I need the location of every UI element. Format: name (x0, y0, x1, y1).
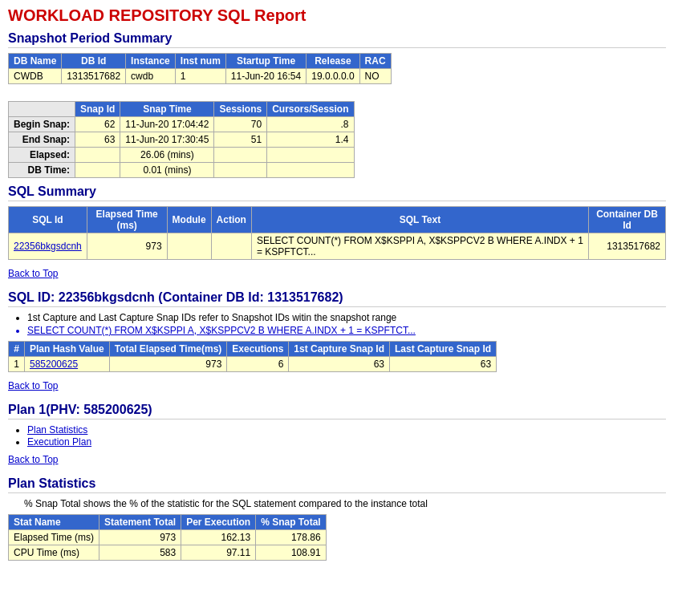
module-cell (167, 233, 211, 260)
end-snap-row: End Snap: 63 11-Jun-20 17:30:45 51 1.4 (9, 132, 355, 148)
end-snap-time: 11-Jun-20 17:30:45 (120, 132, 214, 148)
snapshot-section-title: Snapshot Period Summary (8, 31, 666, 48)
rac-cell: NO (359, 69, 391, 84)
col-sessions: Sessions (214, 102, 267, 117)
begin-snap-sessions: 70 (214, 117, 267, 132)
dbtime-sessions (214, 163, 267, 178)
begin-snap-cursors: .8 (267, 117, 354, 132)
col-sql-id: SQL Id (9, 207, 87, 233)
col-stat-name: Stat Name (9, 515, 99, 530)
col-instance: Instance (126, 54, 176, 69)
col-rac: RAC (359, 54, 391, 69)
elapsed-row: Elapsed: 26.06 (mins) (9, 148, 355, 163)
last-snap-cell: 63 (390, 357, 497, 372)
cpu-statement-total: 583 (99, 545, 181, 561)
db-info-row: CWDB 1313517682 cwdb 1 11-Jun-20 16:54 1… (9, 69, 392, 84)
back-to-top-link-2[interactable]: Back to Top (8, 380, 58, 391)
dbtime-value: 0.01 (mins) (120, 163, 214, 178)
elapsed-stat-row: Elapsed Time (ms) 973 162.13 178.86 (9, 530, 327, 545)
plan-stats-table: Stat Name Statement Total Per Execution … (8, 514, 327, 561)
col-plan-hash: Plan Hash Value (25, 342, 110, 357)
plan-stats-title: Plan Statistics (8, 476, 666, 493)
back-to-top-link-1[interactable]: Back to Top (8, 268, 58, 279)
col-executions: Executions (227, 342, 289, 357)
cpu-stat-row: CPU Time (ms) 583 97.11 108.91 (9, 545, 327, 561)
back-to-top-link-3[interactable]: Back to Top (8, 454, 58, 465)
begin-snap-row: Begin Snap: 62 11-Jun-20 17:04:42 70 .8 (9, 117, 355, 132)
col-statement-total: Statement Total (99, 515, 181, 530)
sql-summary-row: 22356bkgsdcnh 973 SELECT COUNT(*) FROM X… (9, 233, 666, 260)
col-snap-id: Snap Id (75, 102, 120, 117)
end-snap-cursors: 1.4 (267, 132, 354, 148)
action-cell (211, 233, 251, 260)
col-release: Release (307, 54, 359, 69)
sql-id-section-title: SQL ID: 22356bkgsdcnh (Container DB Id: … (8, 290, 666, 307)
elapsed-snap-id (75, 148, 120, 163)
snap-label-col (9, 102, 75, 117)
first-snap-cell: 63 (289, 357, 390, 372)
col-db-id: DB Id (62, 54, 126, 69)
cpu-stat-name: CPU Time (ms) (9, 545, 99, 561)
plan-hash-value[interactable]: 585200625 (25, 357, 110, 372)
main-title: WORKLOAD REPOSITORY SQL Report (8, 6, 666, 25)
elapsed-snap-total: 178.86 (256, 530, 326, 545)
col-module: Module (167, 207, 211, 233)
col-action: Action (211, 207, 251, 233)
col-inst-num: Inst num (175, 54, 225, 69)
col-first-snap: 1st Capture Snap Id (289, 342, 390, 357)
elapsed-ms-cell: 973 (87, 233, 167, 260)
plan-statistics-link[interactable]: Plan Statistics (27, 424, 87, 436)
execution-plan-link[interactable]: Execution Plan (27, 436, 91, 448)
dbtime-row: DB Time: 0.01 (mins) (9, 163, 355, 178)
col-cursors: Cursors/Session (267, 102, 354, 117)
col-elapsed-ms: Elapsed Time (ms) (87, 207, 167, 233)
plan-hash-row: 1 585200625 973 6 63 63 (9, 357, 497, 372)
db-name-cell: CWDB (9, 69, 62, 84)
snap-summary-table: Snap Id Snap Time Sessions Cursors/Sessi… (8, 101, 355, 178)
begin-snap-label: Begin Snap: (9, 117, 75, 132)
cpu-snap-total: 108.91 (256, 545, 326, 561)
col-sql-text: SQL Text (251, 207, 588, 233)
col-startup-time: Startup Time (225, 54, 306, 69)
executions-cell: 6 (227, 357, 289, 372)
instance-cell: cwdb (126, 69, 176, 84)
elapsed-time: 26.06 (mins) (120, 148, 214, 163)
col-num: # (9, 342, 25, 357)
col-container-db: Container DB Id (588, 207, 665, 233)
bullet-2[interactable]: SELECT COUNT(*) FROM X$KSPPI A, X$KSPPCV… (27, 325, 666, 336)
end-snap-id: 63 (75, 132, 120, 148)
plan-sub-links: Plan Statistics Execution Plan (27, 424, 666, 448)
dbtime-snap-id (75, 163, 120, 178)
begin-snap-id: 62 (75, 117, 120, 132)
elapsed-statement-total: 973 (99, 530, 181, 545)
col-per-execution: Per Execution (181, 515, 256, 530)
inst-num-cell: 1 (175, 69, 225, 84)
row-num: 1 (9, 357, 25, 372)
elapsed-sessions (214, 148, 267, 163)
sql-id-bullets: 1st Capture and Last Capture Snap IDs re… (27, 312, 666, 336)
release-cell: 19.0.0.0.0 (307, 69, 359, 84)
begin-snap-time: 11-Jun-20 17:04:42 (120, 117, 214, 132)
plan-stats-note: % Snap Total shows the % of the statisti… (24, 498, 666, 509)
elapsed-stat-name: Elapsed Time (ms) (9, 530, 99, 545)
bullet-1: 1st Capture and Last Capture Snap IDs re… (27, 312, 666, 323)
dbtime-label: DB Time: (9, 163, 75, 178)
dbtime-cursors (267, 163, 354, 178)
col-last-snap: Last Capture Snap Id (390, 342, 497, 357)
elapsed-per-exec: 162.13 (181, 530, 256, 545)
sql-summary-table: SQL Id Elapsed Time (ms) Module Action S… (8, 206, 666, 260)
sql-id-cell[interactable]: 22356bkgsdcnh (9, 233, 87, 260)
container-db-cell: 1313517682 (588, 233, 665, 260)
total-elapsed-cell: 973 (109, 357, 227, 372)
elapsed-label: Elapsed: (9, 148, 75, 163)
end-snap-label: End Snap: (9, 132, 75, 148)
col-total-elapsed: Total Elapsed Time(ms) (109, 342, 227, 357)
cpu-per-exec: 97.11 (181, 545, 256, 561)
startup-time-cell: 11-Jun-20 16:54 (225, 69, 306, 84)
db-id-cell: 1313517682 (62, 69, 126, 84)
col-snap-time: Snap Time (120, 102, 214, 117)
col-snap-total: % Snap Total (256, 515, 326, 530)
elapsed-cursors (267, 148, 354, 163)
plan-hash-table: # Plan Hash Value Total Elapsed Time(ms)… (8, 341, 497, 372)
db-info-table: DB Name DB Id Instance Inst num Startup … (8, 53, 392, 84)
